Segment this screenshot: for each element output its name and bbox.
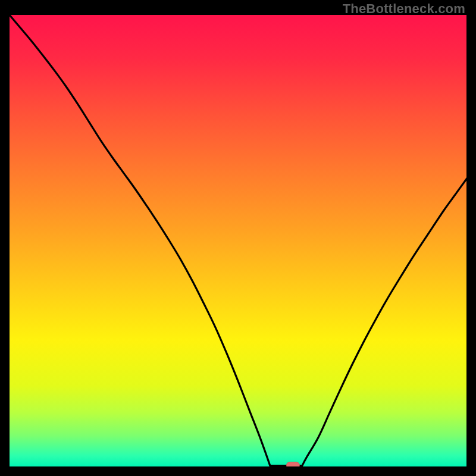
watermark-text: TheBottleneck.com — [343, 1, 465, 17]
gradient-background — [9, 14, 467, 467]
chart-area — [9, 14, 467, 467]
bottleneck-chart-svg — [9, 14, 467, 467]
optimal-marker — [286, 462, 299, 467]
